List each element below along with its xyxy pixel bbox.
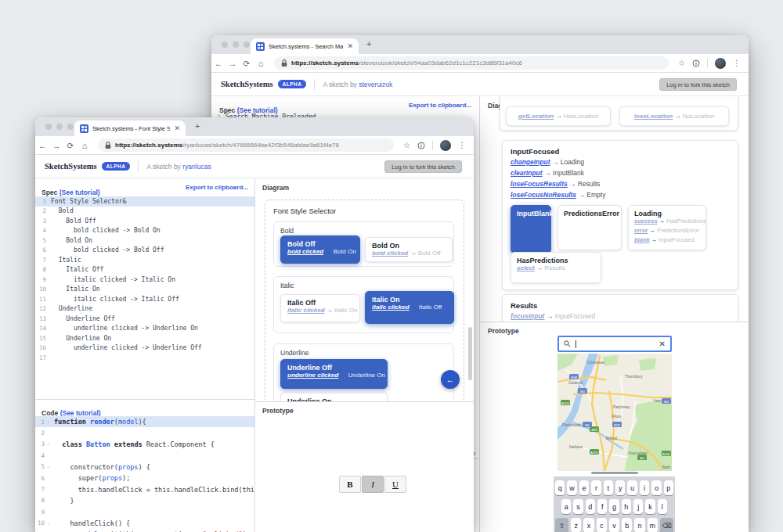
key-a[interactable]: a — [561, 499, 571, 514]
author-link[interactable]: steveruizok — [359, 81, 392, 88]
key-g[interactable]: g — [609, 499, 619, 514]
event-link[interactable]: success — [634, 217, 658, 225]
address-bar[interactable]: https://sketch.systems/steveruizok/sketc… — [274, 56, 669, 70]
export-clipboard-link[interactable]: Export to clipboard... — [186, 184, 248, 191]
state-card-loading[interactable]: Loadingsuccess → HasPredictionserror → P… — [628, 205, 706, 250]
backspace-key-icon[interactable]: ⌫ — [660, 518, 673, 532]
browser-tab[interactable]: Sketch.systems - Search Mach ✕ — [251, 38, 359, 54]
key-j[interactable]: j — [633, 499, 643, 514]
key-h[interactable]: h — [622, 499, 631, 514]
back-icon[interactable]: ← — [211, 59, 226, 68]
browser-tab[interactable]: Sketch.systems - Font Style S ✕ — [74, 120, 186, 136]
event-link[interactable]: blank — [634, 236, 650, 243]
key-i[interactable]: i — [640, 480, 649, 495]
state-card-haspredictions[interactable]: HasPredictionsselect → Results — [511, 252, 601, 283]
key-d[interactable]: d — [586, 499, 595, 514]
event-link[interactable]: bold clicked — [372, 250, 408, 257]
state-card[interactable]: getLocation → HasLocation — [506, 106, 611, 126]
shift-key-icon[interactable]: ⇧ — [555, 518, 568, 532]
key-m[interactable]: m — [648, 518, 658, 532]
event-link[interactable]: select — [517, 264, 535, 271]
browser-menu-icon[interactable]: ⋮ — [733, 59, 741, 67]
key-k[interactable]: k — [645, 499, 655, 514]
reload-icon[interactable]: ⟳ — [63, 141, 78, 150]
state-card-inputblank[interactable]: InputBlank — [511, 205, 551, 253]
event-link[interactable]: italic clicked — [287, 307, 325, 314]
map-drag-handle[interactable] — [591, 472, 638, 474]
state-card[interactable]: loseLocation → NoLocation — [619, 106, 729, 126]
event-link[interactable]: error — [634, 227, 648, 234]
info-icon[interactable] — [417, 142, 425, 149]
event-link[interactable]: changeInput — [511, 158, 550, 166]
bookmark-star-icon[interactable]: ☆ — [403, 141, 410, 149]
event-link[interactable]: italic clicked — [372, 304, 410, 311]
key-w[interactable]: w — [567, 480, 576, 495]
state-card-bold-off[interactable]: Bold Offbold clicked → Bold On — [280, 235, 360, 264]
login-fork-button[interactable]: Log in to fork this sketch — [659, 78, 737, 91]
key-t[interactable]: t — [604, 480, 613, 495]
home-icon[interactable]: ⌂ — [78, 141, 92, 150]
minimize-window-dot[interactable] — [233, 41, 239, 48]
state-card-underline-off[interactable]: Underline Offunderline clicked → Underli… — [280, 359, 388, 389]
key-e[interactable]: e — [579, 480, 589, 495]
key-c[interactable]: c — [597, 518, 607, 532]
home-icon[interactable]: ⌂ — [254, 59, 268, 68]
login-fork-button[interactable]: Log in to fork this sketch — [384, 160, 462, 173]
close-window-dot[interactable] — [222, 41, 228, 48]
new-tab-button[interactable]: + — [366, 39, 371, 49]
key-r[interactable]: r — [591, 480, 601, 495]
diagram-scrollbar[interactable] — [468, 327, 472, 380]
new-tab-button[interactable]: + — [195, 121, 200, 131]
profile-avatar[interactable] — [440, 140, 451, 151]
clear-search-icon[interactable]: ✕ — [659, 340, 666, 348]
state-card-italic-on[interactable]: Italic Onitalic clicked → Italic Off — [365, 291, 454, 324]
export-clipboard-link[interactable]: Export to clipboard... — [409, 102, 471, 109]
format-b-button[interactable]: B — [339, 476, 361, 493]
format-i-button[interactable]: I — [362, 476, 384, 493]
key-o[interactable]: o — [651, 480, 661, 495]
state-card-predictionserror[interactable]: PredictionsError — [557, 205, 622, 250]
bookmark-star-icon[interactable]: ☆ — [678, 59, 685, 67]
format-u-button[interactable]: U — [384, 476, 406, 493]
zoom-window-dot[interactable] — [67, 124, 74, 130]
code-editor[interactable]: 1-function render(model){23- class Butto… — [35, 416, 254, 532]
author-link[interactable]: ryanlucas — [182, 163, 211, 171]
state-card-italic-off[interactable]: Italic Offitalic clicked → Italic On — [280, 294, 360, 322]
key-v[interactable]: v — [609, 518, 619, 532]
window-traffic-lights[interactable] — [45, 124, 74, 130]
see-tutorial-link[interactable]: (See tutorial) — [60, 189, 100, 196]
brand-logo[interactable]: SketchSystems — [45, 162, 97, 171]
event-link[interactable]: getLocation — [518, 113, 554, 120]
event-link[interactable]: focusInput — [511, 312, 544, 320]
key-b[interactable]: b — [622, 518, 632, 532]
key-u[interactable]: u — [627, 480, 637, 495]
search-input[interactable]: ✕ — [557, 336, 672, 352]
diagram-back-button[interactable]: ← — [441, 370, 460, 389]
key-q[interactable]: q — [555, 480, 565, 495]
key-n[interactable]: n — [634, 518, 644, 532]
event-link[interactable]: underline clicked — [287, 372, 338, 379]
key-p[interactable]: p — [664, 480, 673, 495]
browser-menu-icon[interactable]: ⋮ — [458, 141, 466, 149]
key-x[interactable]: x — [583, 518, 594, 532]
event-link[interactable]: loseLocation — [634, 113, 673, 120]
close-tab-icon[interactable]: ✕ — [174, 125, 180, 132]
info-icon[interactable] — [692, 59, 700, 67]
window-traffic-lights[interactable] — [222, 41, 250, 48]
state-card-results[interactable]: ResultsfocusInput → InputFocused — [502, 294, 738, 322]
key-z[interactable]: z — [571, 518, 581, 532]
key-l[interactable]: l — [658, 499, 667, 514]
close-tab-icon[interactable]: ✕ — [347, 43, 353, 50]
state-card-underline-on[interactable]: Underline Onunderline clicked → Underlin… — [280, 393, 388, 401]
state-card-bold-on[interactable]: Bold Onbold clicked → Bold Off — [365, 237, 453, 262]
close-window-dot[interactable] — [45, 124, 52, 130]
back-icon[interactable]: ← — [35, 141, 49, 150]
event-link[interactable]: clearInput — [511, 169, 543, 177]
zoom-window-dot[interactable] — [244, 41, 250, 48]
forward-icon[interactable]: → — [226, 59, 240, 68]
profile-avatar[interactable] — [715, 58, 726, 69]
event-link[interactable]: loseFocusNoResults — [511, 191, 576, 199]
event-link[interactable]: loseFocusResults — [511, 180, 568, 188]
state-card-inputfocused[interactable]: InputFocusedchangeInput → LoadingclearIn… — [502, 140, 738, 290]
forward-icon[interactable]: → — [49, 141, 63, 150]
